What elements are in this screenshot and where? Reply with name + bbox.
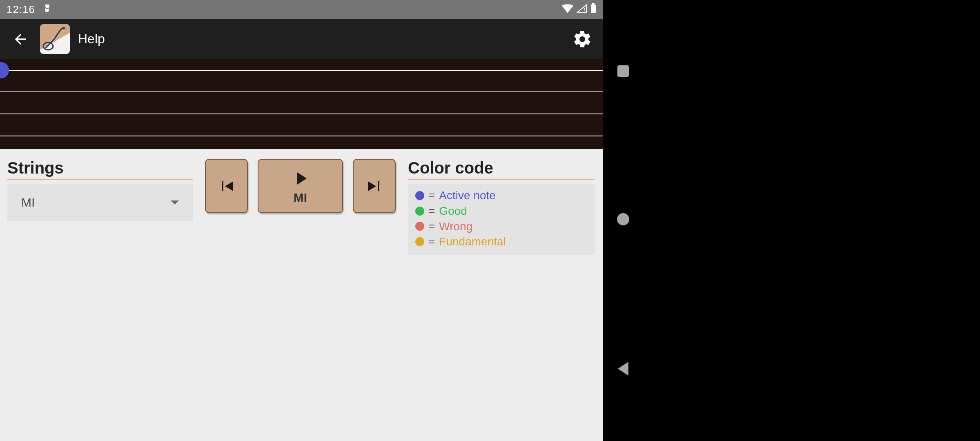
app-logo [40, 24, 70, 54]
battery-icon [590, 3, 596, 16]
swatch-fundamental [415, 237, 424, 246]
svg-rect-2 [591, 4, 596, 13]
back-button[interactable] [8, 27, 33, 51]
next-button[interactable] [353, 159, 396, 213]
legend-active-note: = Active note [415, 188, 588, 203]
swatch-good [415, 207, 424, 216]
nav-home-button[interactable] [617, 213, 629, 225]
transport-controls: MI [205, 159, 396, 213]
color-code-title: Color code [408, 159, 595, 180]
svg-text:!: ! [584, 7, 586, 13]
page-title: Help [78, 31, 105, 47]
legend-good: = Good [415, 203, 588, 219]
nav-back-button[interactable] [618, 362, 628, 376]
signal-icon: ! [577, 3, 587, 16]
swatch-wrong [415, 222, 424, 231]
strings-section: Strings MI [7, 159, 193, 221]
active-note-marker[interactable] [0, 62, 9, 78]
legend-wrong: = Wrong [415, 219, 588, 234]
wifi-icon [562, 3, 573, 16]
play-note-label: MI [294, 191, 307, 205]
status-clock: 12:16 [7, 3, 35, 16]
strings-selected-value: MI [21, 196, 35, 209]
chevron-down-icon [171, 200, 179, 205]
strings-title: Strings [7, 159, 193, 180]
settings-button[interactable] [570, 27, 595, 51]
system-nav-bar [603, 0, 644, 441]
fretboard[interactable] [0, 59, 603, 149]
svg-point-4 [62, 27, 65, 29]
svg-rect-1 [592, 3, 595, 4]
color-legend: = Active note = Good = Wrong = Fundament… [408, 184, 595, 255]
legend-fundamental: = Fundamental [415, 234, 588, 249]
color-code-section: Color code = Active note = Good = Wrong [408, 159, 595, 255]
previous-button[interactable] [205, 159, 248, 213]
nav-recent-button[interactable] [617, 65, 629, 77]
swatch-active-note [415, 191, 424, 200]
app-bar: Help [0, 19, 603, 59]
play-button[interactable]: MI [258, 159, 343, 213]
strings-dropdown[interactable]: MI [7, 184, 193, 221]
status-bar: 12:16 ! [0, 0, 603, 19]
status-app-icon [42, 3, 52, 16]
